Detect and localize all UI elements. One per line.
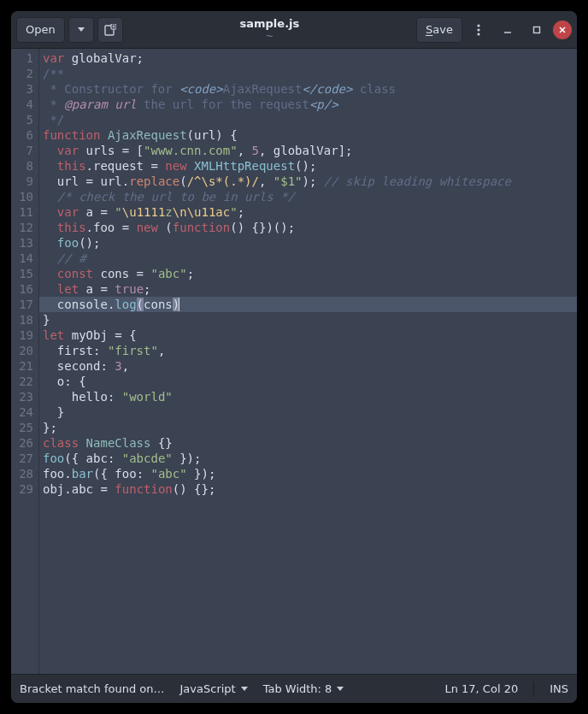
new-tab-button[interactable] — [97, 17, 123, 43]
code-line[interactable]: var a = "\u1111z\n\u11ac"; — [43, 204, 577, 220]
svg-point-4 — [477, 24, 479, 27]
open-label: Open — [26, 23, 56, 36]
new-document-icon — [104, 24, 116, 36]
line-number: 13 — [11, 235, 33, 251]
svg-point-5 — [477, 28, 479, 31]
editor-window: Open sample.js ~ Save — [11, 11, 577, 703]
line-number: 8 — [11, 158, 33, 174]
line-number-gutter: 1234567891011121314151617181920212223242… — [11, 49, 39, 674]
language-selector[interactable]: JavaScript — [180, 682, 248, 695]
cursor-position: Ln 17, Col 20 — [444, 682, 518, 695]
tab-width-selector[interactable]: Tab Width: 8 — [263, 682, 344, 695]
line-number: 14 — [11, 251, 33, 266]
minimize-button[interactable] — [495, 17, 520, 43]
code-line[interactable]: first: "first", — [43, 343, 577, 358]
title-area: sample.js ~ — [123, 17, 416, 42]
code-line[interactable]: /* check the url to be in urls */ — [43, 189, 577, 204]
line-number: 28 — [11, 466, 33, 481]
line-number: 7 — [11, 143, 33, 158]
code-line[interactable]: this.foo = new (function() {})(); — [43, 220, 577, 235]
line-number: 9 — [11, 174, 33, 189]
line-number: 19 — [11, 327, 33, 343]
line-number: 21 — [11, 358, 33, 374]
line-number: 16 — [11, 281, 33, 297]
code-line[interactable]: * @param url the url for the request<p/> — [43, 97, 577, 112]
line-number: 29 — [11, 481, 33, 497]
document-title: sample.js — [123, 17, 416, 31]
line-number: 26 — [11, 435, 33, 451]
chevron-down-icon — [241, 687, 248, 691]
line-number: 2 — [11, 66, 33, 81]
save-label: Save — [426, 23, 453, 36]
line-number: 22 — [11, 374, 33, 389]
code-line[interactable]: let a = true; — [43, 281, 577, 297]
code-line[interactable]: url = url.replace(/^\s*(.*)/, "$1"); // … — [43, 174, 577, 189]
code-line[interactable]: second: 3, — [43, 358, 577, 374]
statusbar: Bracket match found on… JavaScript Tab W… — [11, 674, 577, 703]
open-recent-dropdown[interactable] — [68, 17, 94, 43]
open-button[interactable]: Open — [16, 17, 65, 43]
code-line[interactable]: this.request = new XMLHttpRequest(); — [43, 158, 577, 174]
code-content[interactable]: var globalVar;/** * Constructor for <cod… — [39, 49, 577, 674]
maximize-icon — [532, 26, 541, 34]
code-line[interactable]: * Constructor for <code>AjaxRequest</cod… — [43, 81, 577, 97]
svg-rect-8 — [534, 27, 540, 32]
code-line[interactable]: /** — [43, 66, 577, 81]
separator — [533, 682, 534, 697]
language-label: JavaScript — [180, 682, 236, 695]
insert-mode-label: INS — [550, 682, 568, 695]
code-line[interactable]: var globalVar; — [43, 50, 577, 66]
close-icon — [558, 26, 567, 34]
line-number: 5 — [11, 112, 33, 127]
insert-mode-toggle[interactable]: INS — [550, 682, 568, 695]
close-button[interactable] — [553, 21, 572, 39]
code-line[interactable]: class NameClass {} — [43, 435, 577, 451]
document-path: ~ — [123, 31, 416, 42]
line-number: 27 — [11, 451, 33, 466]
menu-button[interactable] — [466, 17, 491, 43]
tab-width-label: Tab Width: 8 — [263, 682, 332, 695]
code-line[interactable]: }; — [43, 420, 577, 435]
editor-area[interactable]: 1234567891011121314151617181920212223242… — [11, 49, 577, 674]
chevron-down-icon — [78, 27, 85, 32]
code-line[interactable]: function AjaxRequest(url) { — [43, 127, 577, 143]
code-line[interactable]: var urls = ["www.cnn.com", 5, globalVar]… — [43, 143, 577, 158]
code-line[interactable]: foo(); — [43, 235, 577, 251]
line-number: 6 — [11, 127, 33, 143]
code-line[interactable]: // # — [43, 251, 577, 266]
line-number: 4 — [11, 97, 33, 112]
line-number: 25 — [11, 420, 33, 435]
line-number: 18 — [11, 312, 33, 327]
line-number: 17 — [11, 297, 33, 312]
line-number: 24 — [11, 404, 33, 420]
line-number: 10 — [11, 189, 33, 204]
code-line[interactable]: hello: "world" — [43, 389, 577, 404]
minimize-icon — [503, 26, 512, 34]
line-number: 1 — [11, 50, 33, 66]
line-number: 11 — [11, 204, 33, 220]
maximize-button[interactable] — [524, 17, 550, 43]
code-line[interactable]: */ — [43, 112, 577, 127]
line-number: 12 — [11, 220, 33, 235]
code-line[interactable]: foo.bar({ foo: "abc" }); — [43, 466, 577, 481]
code-line[interactable]: console.log(cons) — [43, 297, 577, 312]
save-button[interactable]: Save — [416, 17, 462, 43]
code-line[interactable]: o: { — [43, 374, 577, 389]
line-number: 3 — [11, 81, 33, 97]
status-message: Bracket match found on… — [20, 682, 165, 695]
code-line[interactable]: } — [43, 404, 577, 420]
line-number: 15 — [11, 266, 33, 281]
code-line[interactable]: foo({ abc: "abcde" }); — [43, 451, 577, 466]
code-line[interactable]: const cons = "abc"; — [43, 266, 577, 281]
code-line[interactable]: let myObj = { — [43, 327, 577, 343]
code-line[interactable]: obj.abc = function() {}; — [43, 481, 577, 497]
kebab-icon — [477, 24, 480, 36]
line-number: 20 — [11, 343, 33, 358]
chevron-down-icon — [337, 687, 344, 691]
headerbar: Open sample.js ~ Save — [11, 11, 577, 49]
line-number: 23 — [11, 389, 33, 404]
code-line[interactable]: } — [43, 312, 577, 327]
svg-point-6 — [477, 32, 479, 35]
